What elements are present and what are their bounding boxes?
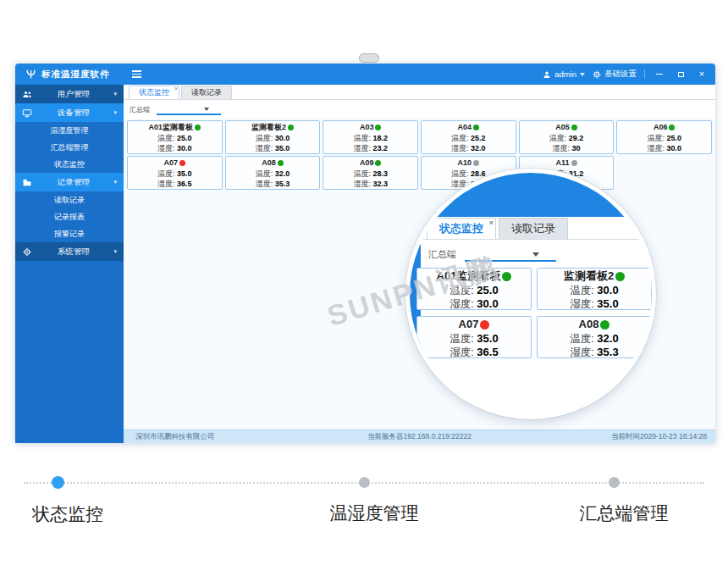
tab-close-icon[interactable]: ×: [174, 86, 178, 91]
humidity-label: 湿度:: [353, 144, 371, 152]
sensor-card: A09 温度: 28.3 湿度: 32.3: [323, 156, 418, 190]
timeline-step: 状态监控: [0, 471, 135, 526]
close-icon: ×: [699, 69, 704, 79]
chevron-down-icon: ▾: [113, 109, 117, 116]
temp-label: 温度:: [449, 333, 473, 345]
sensor-name: A05: [555, 123, 570, 131]
app-brand: 标准温湿度软件: [15, 69, 124, 80]
tab-label: 状态监控: [439, 221, 483, 236]
sensor-card: 监测看板2 温度: 30.0 湿度: 35.0: [225, 120, 321, 154]
humidity-value: 30.0: [177, 144, 192, 152]
sidebar-item-label: 用户管理: [33, 89, 113, 100]
sidebar-item[interactable]: 读取记录: [15, 191, 124, 208]
sidebar-item[interactable]: 系统管理 ▾: [15, 242, 124, 261]
sidebar-item[interactable]: 设备管理 ▾: [15, 103, 124, 122]
status-dot: [288, 125, 294, 130]
magnified-tab-bar: 状态监控 × 读取记录: [410, 217, 652, 240]
monitor-icon: [22, 108, 33, 119]
humidity-label: 湿度:: [449, 298, 473, 310]
minimize-button[interactable]: [653, 68, 666, 81]
sensor-card: A03 温度: 18.2 湿度: 23.2: [323, 120, 418, 154]
humidity-value: 32.0: [471, 144, 486, 152]
tab[interactable]: 读取记录: [181, 86, 232, 99]
tab-close-icon: ×: [489, 219, 494, 227]
temp-label: 温度:: [449, 285, 473, 296]
user-name: admin: [554, 69, 576, 79]
temp-label: 温度:: [157, 134, 175, 142]
close-button[interactable]: ×: [695, 68, 709, 81]
minimize-icon: [656, 74, 663, 75]
system-icon: [22, 246, 33, 258]
magnified-tab: 状态监控 ×: [427, 218, 496, 239]
page: 标准温湿度软件 admin 基础设置 ×: [0, 0, 728, 565]
sidebar-item-label: 记录报表: [15, 212, 124, 223]
humidity-value: 35.0: [275, 144, 290, 152]
tab-label: 读取记录: [191, 87, 222, 98]
temp-label: 温度:: [647, 134, 665, 142]
gear-icon: [593, 70, 601, 79]
sidebar-item[interactable]: 报警记录: [15, 225, 124, 242]
temp-value: 18.2: [372, 134, 388, 142]
humidity-label: 湿度:: [256, 144, 273, 152]
humidity-value: 32.3: [372, 180, 388, 188]
sensor-name: A01监测看板: [149, 123, 194, 131]
sensor-card: A01监测看板 温度: 25.0 湿度: 30.0: [127, 120, 223, 154]
sensor-card: A07 温度: 35.0 湿度: 36.5: [416, 316, 532, 358]
temp-label: 温度:: [353, 169, 371, 178]
sensor-name: A10: [458, 158, 472, 167]
magnifier-inset: 状态监控 × 读取记录 汇总端 A01监测看板 温度: 25.0 湿度: 30.…: [405, 169, 656, 419]
chevron-down-icon: [204, 108, 209, 111]
timeline-step: 汇总端管理: [556, 471, 692, 525]
sidebar-item[interactable]: 用户管理 ▾: [15, 85, 124, 103]
humidity-label: 湿度:: [647, 144, 665, 152]
humidity-label: 湿度:: [256, 180, 273, 188]
sidebar-item[interactable]: 记录报表: [15, 208, 124, 225]
aggregator-select[interactable]: [157, 104, 221, 115]
temp-value: 35.0: [177, 169, 192, 178]
timeline-label: 温湿度管理: [330, 501, 419, 525]
user-menu[interactable]: admin: [543, 69, 585, 79]
settings-button[interactable]: 基础设置: [593, 69, 637, 80]
temp-value: 32.0: [597, 332, 618, 345]
status-dot: [473, 125, 479, 130]
humidity-label: 湿度:: [570, 298, 593, 310]
humidity-label: 湿度:: [451, 144, 469, 152]
sidebar: 用户管理 ▾ 设备管理 ▾ 温湿度管理 汇总端管理: [15, 85, 124, 443]
menu-toggle-icon[interactable]: [132, 70, 141, 78]
sidebar-item-label: 系统管理: [33, 246, 113, 258]
humidity-value: 23.2: [372, 144, 388, 152]
magnified-filter-row: 汇总端: [410, 242, 652, 266]
status-dot: [669, 125, 675, 130]
status-dot: [480, 320, 489, 330]
titlebar-right: admin 基础设置 ×: [543, 68, 715, 81]
temp-value: 28.3: [372, 169, 388, 178]
status-dot: [278, 160, 284, 166]
sensor-card: A06 温度: 25.0 湿度: 30.0: [616, 120, 712, 154]
temp-value: 30.0: [597, 284, 618, 296]
sensor-card: A01监测看板 温度: 25.0 湿度: 30.0: [416, 268, 532, 310]
sensor-name: 监测看板2: [251, 123, 286, 131]
temp-value: 25.0: [177, 134, 192, 142]
status-dot: [473, 160, 479, 166]
maximize-button[interactable]: [674, 68, 687, 81]
sidebar-item[interactable]: 状态监控: [15, 156, 124, 173]
tab-label: 状态监控: [139, 87, 169, 98]
temp-value: 32.0: [275, 169, 290, 178]
humidity-value: 35.3: [275, 180, 290, 188]
sidebar-item-label: 汇总端管理: [15, 142, 124, 153]
sensor-card: 监测看板2 温度: 30.0 湿度: 35.0: [537, 268, 652, 310]
tab-label: 读取记录: [511, 221, 555, 236]
tab[interactable]: 状态监控 ×: [129, 86, 179, 99]
sensor-name: A09: [360, 158, 374, 167]
sidebar-item[interactable]: 汇总端管理: [15, 139, 124, 156]
temp-value: 28.6: [471, 169, 486, 178]
sensor-name: A01监测看板: [437, 269, 501, 282]
temp-label: 温度:: [157, 169, 175, 178]
divider: [644, 69, 645, 79]
humidity-value: 36.5: [177, 180, 192, 188]
sidebar-item[interactable]: 温湿度管理: [15, 122, 124, 139]
sensor-card-grid: A01监测看板 温度: 25.0 湿度: 30.0 监测看板2 温度: 30.0…: [124, 119, 715, 191]
sensor-name: A03: [360, 123, 374, 131]
sidebar-item[interactable]: 记录管理 ▾: [15, 173, 124, 191]
status-dot: [571, 125, 577, 130]
